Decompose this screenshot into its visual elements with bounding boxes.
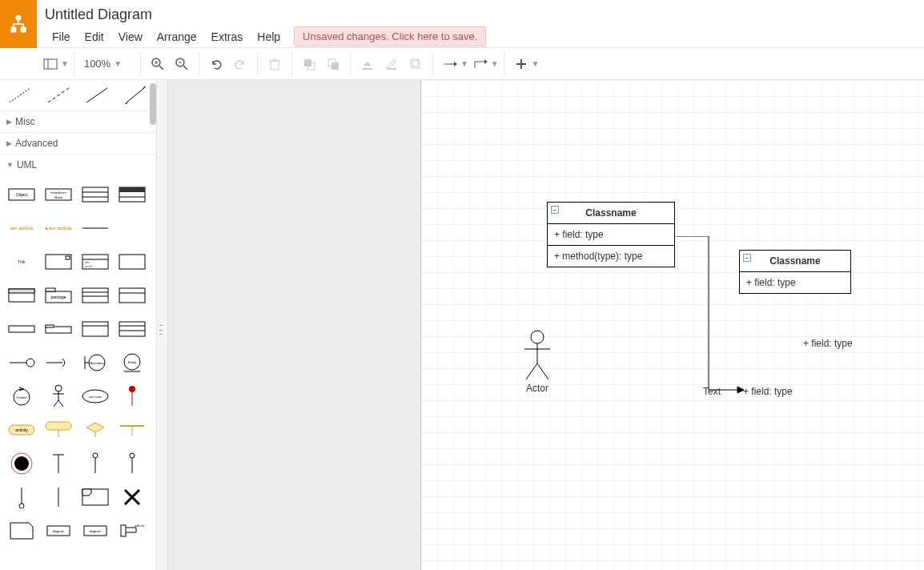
svg-rect-54 <box>82 288 108 303</box>
delete-button[interactable] <box>263 52 287 76</box>
uml-shape-class-header[interactable] <box>115 180 149 209</box>
uml-shape-usecase[interactable]: use case <box>78 382 112 411</box>
menu-arrange[interactable]: Arrange <box>150 27 204 46</box>
uml-shape-line-v[interactable] <box>42 483 75 512</box>
zoom-out-button[interactable] <box>170 52 194 76</box>
uml-shape-lollipop[interactable] <box>5 348 38 377</box>
uml-shape[interactable] <box>5 449 38 478</box>
svg-line-119 <box>537 363 548 379</box>
uml-palette: Object «interface»Name item attribute ■ … <box>0 175 156 550</box>
collapse-toggle-icon[interactable]: – <box>551 206 559 214</box>
svg-rect-19 <box>363 68 372 70</box>
undo-button[interactable] <box>204 52 228 76</box>
connector-1[interactable] <box>675 236 747 396</box>
menu-file[interactable]: File <box>45 27 78 46</box>
floating-field-1[interactable]: + field: type <box>803 338 853 349</box>
uml-shape-class-colored[interactable]: attrmeth <box>78 247 112 276</box>
uml-class-1[interactable]: – Classname + field: type + method(type)… <box>547 202 675 267</box>
uml-shape-small1[interactable]: diagram <box>42 516 75 545</box>
outline-panel[interactable] <box>168 80 421 570</box>
svg-rect-20 <box>387 68 396 70</box>
floating-field-2[interactable]: + field: type <box>743 386 793 397</box>
class2-field[interactable]: + field: type <box>740 272 850 293</box>
shape-solid-line[interactable] <box>82 83 112 107</box>
uml-shape-interface[interactable]: «interface»Name <box>42 180 75 209</box>
menu-help[interactable]: Help <box>250 27 287 46</box>
diagram-canvas[interactable]: – Classname + field: type + method(type)… <box>421 80 924 570</box>
zoom-selector[interactable]: 100%▼ <box>79 58 135 70</box>
uml-shape-fork-bar[interactable] <box>115 415 149 444</box>
uml-shape-pin-small[interactable] <box>78 449 112 478</box>
uml-shape-block[interactable] <box>5 281 38 310</box>
view-mode-button[interactable] <box>38 52 62 76</box>
svg-text:meth: meth <box>85 264 92 268</box>
uml-shape-tab-rect[interactable] <box>42 315 75 343</box>
waypoint-button[interactable] <box>468 52 492 76</box>
menu-view[interactable]: View <box>111 27 150 46</box>
svg-line-82 <box>54 400 58 407</box>
uml-shape-class-4[interactable] <box>78 281 112 310</box>
shadow-button[interactable] <box>404 52 428 76</box>
category-misc[interactable]: ▶Misc <box>0 110 156 132</box>
uml-shape-component[interactable] <box>42 247 75 276</box>
uml-shape-entity[interactable]: Entity <box>115 348 149 377</box>
shape-dashed-line[interactable] <box>43 83 74 107</box>
uml-shape-package[interactable]: package <box>42 281 75 310</box>
uml-shape-divider[interactable] <box>78 214 112 243</box>
uml-shape-selfcall[interactable]: self call <box>115 516 149 545</box>
splitter[interactable] <box>157 80 168 570</box>
uml-shape-decision[interactable] <box>78 415 112 444</box>
shape-dotted-line[interactable] <box>5 83 35 107</box>
uml-shape-pin-small2[interactable] <box>115 449 149 478</box>
uml-actor[interactable]: Actor <box>521 330 553 394</box>
class1-method[interactable]: + method(type): type <box>548 246 674 267</box>
save-banner[interactable]: Unsaved changes. Click here to save. <box>294 26 486 46</box>
uml-shape-pin-down[interactable] <box>5 483 38 512</box>
svg-rect-43 <box>66 256 70 259</box>
uml-shape-t-down[interactable] <box>42 449 75 478</box>
to-front-button[interactable] <box>297 52 321 76</box>
uml-shape-control[interactable]: Control <box>5 382 38 411</box>
menu-edit[interactable]: Edit <box>78 27 111 46</box>
fill-color-button[interactable] <box>356 52 380 76</box>
uml-shape-frame[interactable] <box>78 483 112 512</box>
uml-shape-empty1[interactable] <box>115 214 149 243</box>
uml-shape-class-7[interactable] <box>115 315 149 343</box>
uml-shape-actor[interactable] <box>42 382 75 411</box>
shapes-sidebar[interactable]: ▶Misc ▶Advanced ▼UML Object «interface»N… <box>0 80 157 570</box>
uml-shape-class-6[interactable] <box>78 315 112 343</box>
insert-button[interactable] <box>509 52 533 76</box>
app-logo[interactable] <box>0 0 37 48</box>
uml-class-2[interactable]: – Classname + field: type <box>739 250 851 294</box>
uml-shape-slim-rect[interactable] <box>5 315 38 343</box>
category-advanced[interactable]: ▶Advanced <box>0 132 156 154</box>
uml-shape-boundary[interactable]: Boundary <box>78 348 112 377</box>
uml-shape-note[interactable] <box>5 516 38 545</box>
uml-shape-item-orange2[interactable]: ■ item attribute <box>42 214 75 243</box>
uml-shape-required[interactable] <box>42 348 75 377</box>
connector-1-label[interactable]: Text <box>703 386 721 397</box>
to-back-button[interactable] <box>321 52 345 76</box>
uml-shape-small2[interactable]: diagram <box>78 516 112 545</box>
uml-shape-pin-red[interactable] <box>115 382 149 411</box>
category-uml[interactable]: ▼UML <box>0 154 156 175</box>
zoom-in-button[interactable] <box>146 52 170 76</box>
svg-line-83 <box>58 400 63 407</box>
uml-shape-rect[interactable] <box>115 247 149 276</box>
shape-double-arrow[interactable] <box>120 83 151 107</box>
uml-shape-destroy[interactable] <box>115 483 149 512</box>
uml-shape-item-orange[interactable]: item attribute <box>5 214 38 243</box>
uml-shape-class-5[interactable] <box>115 281 149 310</box>
uml-shape-class-3[interactable] <box>78 180 112 209</box>
line-color-button[interactable] <box>380 52 404 76</box>
sidebar-scrollbar[interactable] <box>150 83 156 125</box>
uml-shape-title[interactable]: Title <box>5 247 38 276</box>
document-title[interactable]: Untitled Diagram <box>45 5 486 26</box>
class1-field[interactable]: + field: type <box>548 224 674 246</box>
connection-button[interactable] <box>438 52 462 76</box>
uml-shape-object[interactable]: Object <box>5 180 38 209</box>
uml-shape-activity[interactable]: activity <box>5 415 38 444</box>
redo-button[interactable] <box>228 52 252 76</box>
uml-shape-activity-fork[interactable] <box>42 415 75 444</box>
menu-extras[interactable]: Extras <box>204 27 251 46</box>
